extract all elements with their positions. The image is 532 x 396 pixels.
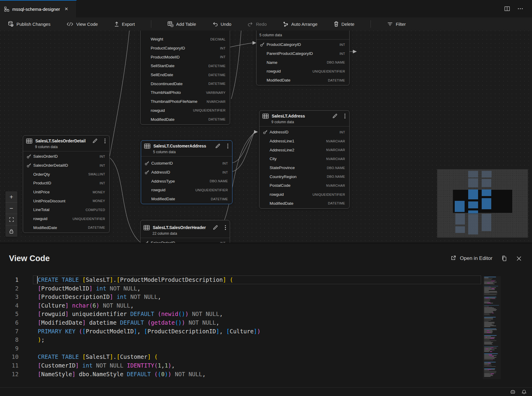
column-row-thumbnailphotofilename[interactable]: ThumbnailPhotoFileNameNVARCHAR [140,97,230,106]
column-row-name[interactable]: NameDBO.NAME [256,58,349,67]
column-name: UnitPrice [33,190,50,194]
edit-table-pencil-icon[interactable] [215,143,220,149]
column-row-countryregion[interactable]: CountryRegionDBO.NAME [259,172,349,181]
column-row-unitprice[interactable]: UnitPriceMONEY [23,188,109,197]
more-actions-icon[interactable] [518,8,523,10]
delete-button[interactable]: Delete [334,21,354,27]
column-row-addressline2[interactable]: AddressLine2NVARCHAR [259,145,349,154]
column-name: LineTotal [33,207,49,212]
line-number: 6 [0,318,28,327]
column-row-modifieddate[interactable]: ModifiedDateDATETIME [141,195,232,204]
column-row-city[interactable]: CityNVARCHAR [259,154,349,163]
column-row-rowguid[interactable]: rowguidUNIQUEIDENTIFIER [256,67,349,76]
column-row-salesorderid[interactable]: SalesOrderIDINT [140,239,230,243]
column-type: UNIQUEIDENTIFIER [195,188,228,192]
column-row-rowguid[interactable]: rowguidUNIQUEIDENTIFIER [259,190,349,199]
table-subtitle: 9 column data [35,144,106,149]
column-name: AddressID [151,170,170,174]
column-type: DATETIME [208,82,226,85]
open-in-editor-button[interactable]: Open in Editor [451,255,492,262]
column-name: PostalCode [270,183,291,188]
column-row-productcategoryid[interactable]: ProductCategoryIDINT [256,40,349,49]
code-line-5: 5[rowguid] uniqueidentifier DEFAULT (new… [0,310,481,318]
column-row-rowguid[interactable]: rowguidUNIQUEIDENTIFIER [141,186,232,195]
column-row-addressid[interactable]: AddressIDINT [259,128,349,137]
export-button[interactable]: Export [114,21,135,27]
column-row-unitpricediscount[interactable]: UnitPriceDiscountMONEY [23,196,109,205]
table-product-category[interactable]: 5 column dataProductCategoryIDINTParentP… [256,31,350,85]
line-content: PRIMARY KEY ([ProductModelID], [ProductD… [28,327,261,336]
split-editor-icon[interactable] [504,6,510,11]
table-kebab-menu-icon[interactable] [225,225,226,230]
lock-button[interactable] [5,225,17,237]
add-table-button[interactable]: Add Table [167,21,196,27]
column-row-postalcode[interactable]: PostalCodeNVARCHAR [259,181,349,190]
minimap-table-block [468,210,478,213]
column-row-addressline1[interactable]: AddressLine1NVARCHAR [259,137,349,146]
table-sales-order-header[interactable]: SalesLT.SalesOrderHeader22 column dataSa… [140,220,230,243]
column-row-sellenddate[interactable]: SellEndDateDATETIME [140,70,230,79]
zoom-controls: +− [5,191,17,237]
column-row-weight[interactable]: WeightDECIMAL [140,35,230,44]
table-kebab-menu-icon[interactable] [344,113,346,119]
table-title: SalesLT.SalesOrderHeader [153,225,210,230]
table-kebab-menu-icon[interactable] [227,143,229,149]
diagram-minimap[interactable] [437,169,528,237]
column-row-productmodelid[interactable]: ProductModelIDINT [140,52,230,61]
publish-changes-button[interactable]: Publish Changes [8,21,50,27]
column-row-sellstartdate[interactable]: SellStartDateDATETIME [140,61,230,70]
column-row-customerid[interactable]: CustomerIDINT [141,159,232,168]
column-row-rowguid[interactable]: rowguidUNIQUEIDENTIFIER [23,214,109,223]
column-row-orderqty[interactable]: OrderQtySMALLINT [23,170,109,179]
column-row-productid[interactable]: ProductIDINT [23,179,109,188]
edit-table-pencil-icon[interactable] [213,225,218,230]
auto-arrange-button[interactable]: Auto Arrange [283,21,318,27]
table-kebab-menu-icon[interactable] [104,138,106,144]
column-row-modifieddate[interactable]: ModifiedDateDATETIME [23,223,109,232]
column-row-salesorderdetailid[interactable]: SalesOrderDetailIDINT [23,161,109,170]
zoom-out-button[interactable]: − [5,203,17,214]
line-content [28,344,38,353]
edit-table-pencil-icon[interactable] [92,138,98,144]
column-row-productcategoryid[interactable]: ProductCategoryIDINT [140,44,230,53]
schema-canvas[interactable]: WeightDECIMALProductCategoryIDINTProduct… [0,31,532,243]
line-number: 1 [0,275,28,284]
column-row-modifieddate[interactable]: ModifiedDateDATETIME [259,199,349,208]
column-row-modifieddate[interactable]: ModifiedDateDATETIME [256,76,349,85]
column-name: AddressLine2 [270,148,294,152]
notifications-bell-icon[interactable] [522,389,527,395]
column-row-thumbnailphoto[interactable]: ThumbNailPhotoVARBINARY [140,88,230,97]
view-code-button[interactable]: View Code [66,22,98,27]
column-row-discontinueddate[interactable]: DiscontinuedDateDATETIME [140,79,230,88]
column-type: INT [99,181,105,185]
table-address[interactable]: SalesLT.Address9 column dataAddressIDINT… [259,110,350,209]
column-row-addressid[interactable]: AddressIDINT [141,168,232,177]
code-minimap[interactable] [483,276,501,379]
column-row-parentproductcategoryid[interactable]: ParentProductCategoryIDINT [256,49,349,58]
close-panel-icon[interactable] [516,256,522,261]
zoom-in-button[interactable]: + [5,191,17,203]
code-line-10: 10CREATE TABLE [SalesLT].[Customer] ( [0,353,481,361]
copy-code-icon[interactable] [501,255,507,262]
tab-close-icon[interactable]: ✕ [63,6,70,12]
edit-table-pencil-icon[interactable] [332,113,338,119]
column-row-modifieddate[interactable]: ModifiedDateDATETIME [140,115,230,124]
column-row-linetotal[interactable]: LineTotalCOMPUTED [23,205,109,214]
view-code-title: View Code [9,254,50,263]
open-external-icon [451,255,457,262]
column-row-salesorderid[interactable]: SalesOrderIDINT [23,152,109,161]
tab-mssql-schema-designer[interactable]: mssql-schema-designer ✕ [0,0,77,17]
fit-view-button[interactable] [5,214,17,225]
copilot-icon[interactable] [510,389,516,394]
column-type: NVARCHAR [326,184,345,187]
minimap-table-block [455,213,465,225]
column-type: DATETIME [208,73,226,77]
filter-button[interactable]: Filter [387,22,406,27]
table-product[interactable]: WeightDECIMALProductCategoryIDINTProduct… [140,31,230,125]
column-row-stateprovince[interactable]: StateProvinceDBO.NAME [259,163,349,172]
table-sales-order-detail[interactable]: SalesLT.SalesOrderDetail9 column dataSal… [23,135,110,233]
column-row-rowguid[interactable]: rowguidUNIQUEIDENTIFIER [140,106,230,115]
column-row-addresstype[interactable]: AddressTypeDBO.NAME [141,177,232,186]
undo-button[interactable]: Undo [212,21,232,27]
table-customer-address[interactable]: SalesLT.CustomerAddress5 column dataCust… [141,140,232,204]
